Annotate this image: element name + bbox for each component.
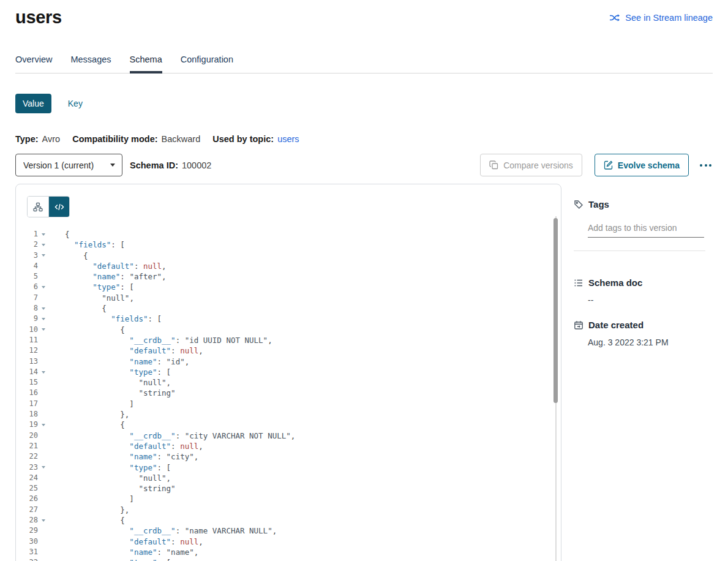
type-label: Type: <box>15 134 39 144</box>
fold-toggle-icon[interactable] <box>38 515 49 525</box>
tags-heading-row: Tags <box>574 199 713 209</box>
code-text: "fields": [ <box>49 314 162 324</box>
fold-toggle-icon[interactable] <box>38 314 49 324</box>
code-line: 8 { <box>16 303 561 314</box>
fold-spacer <box>38 261 49 271</box>
code-line: 17 ] <box>16 399 561 409</box>
code-line: 16 "string" <box>16 388 561 398</box>
tab-overview[interactable]: Overview <box>15 55 52 73</box>
fold-toggle-icon[interactable] <box>38 367 49 377</box>
code-line: 9 "fields": [ <box>16 314 561 324</box>
version-select[interactable]: Version 1 (current) <box>15 154 122 176</box>
code-text: "default": null, <box>49 261 167 271</box>
fold-spacer <box>38 547 49 557</box>
fold-spacer <box>38 483 49 494</box>
compare-versions-button[interactable]: Compare versions <box>480 154 582 176</box>
line-number: 14 <box>16 367 38 377</box>
editor-scrollbar-track[interactable] <box>554 216 558 561</box>
list-icon <box>574 278 584 288</box>
line-number: 29 <box>16 525 38 536</box>
line-number: 13 <box>16 356 38 367</box>
add-tags-input[interactable] <box>588 222 704 238</box>
fold-spacer <box>38 537 49 547</box>
code-text: { <box>49 303 107 314</box>
line-number: 1 <box>16 229 38 239</box>
key-tab-button[interactable]: Key <box>68 99 83 108</box>
code-line: 1{ <box>16 229 561 239</box>
fold-toggle-icon[interactable] <box>38 239 49 250</box>
fold-toggle-icon[interactable] <box>38 420 49 430</box>
code-text: "default": null, <box>49 441 203 451</box>
line-number: 15 <box>16 377 38 388</box>
line-number: 22 <box>16 451 38 462</box>
code-line: 27 }, <box>16 505 561 515</box>
code-text: "name": "name", <box>49 547 198 557</box>
line-number: 16 <box>16 388 38 398</box>
line-number: 8 <box>16 303 38 314</box>
line-number: 20 <box>16 431 38 441</box>
stream-lineage-link[interactable]: See in Stream lineage <box>609 13 713 23</box>
line-number: 21 <box>16 441 38 451</box>
schema-sidebar: Tags Schema doc <box>561 184 713 561</box>
schema-id-value: 100002 <box>182 160 211 170</box>
compare-icon <box>489 160 498 170</box>
line-number: 24 <box>16 473 38 483</box>
code-line: 4 "default": null, <box>16 261 561 271</box>
code-view-button[interactable] <box>48 197 69 217</box>
value-tab-button[interactable]: Value <box>15 94 51 113</box>
fold-spacer <box>38 473 49 483</box>
fold-spacer <box>38 271 49 282</box>
schema-toolbar: Version 1 (current) Schema ID:100002 Com… <box>15 154 713 176</box>
code-line: 3 { <box>16 250 561 261</box>
stream-lineage-icon <box>609 13 620 22</box>
fold-toggle-icon[interactable] <box>38 250 49 261</box>
line-number: 19 <box>16 420 38 430</box>
fold-toggle-icon[interactable] <box>38 282 49 292</box>
code-text: }, <box>49 505 129 515</box>
line-number: 11 <box>16 335 38 345</box>
fold-toggle-icon[interactable] <box>38 325 49 335</box>
tags-section: Tags <box>574 199 713 251</box>
code-text: "type": [ <box>49 462 171 473</box>
topbar: users See in Stream lineage <box>15 0 713 28</box>
fold-toggle-icon[interactable] <box>38 303 49 314</box>
code-text: "null", <box>49 473 171 483</box>
fold-spacer <box>38 505 49 515</box>
code-text: "default": null, <box>49 537 203 547</box>
tree-view-button[interactable] <box>28 197 48 217</box>
editor-view-toggle <box>27 196 70 217</box>
date-created-value: Aug. 3 2022 3:21 PM <box>588 337 713 347</box>
editor-scrollbar-thumb[interactable] <box>554 218 558 403</box>
code-line: 2 "fields": [ <box>16 239 561 250</box>
topic-link[interactable]: users <box>277 134 299 144</box>
version-select-wrap: Version 1 (current) <box>15 154 122 176</box>
more-options-button[interactable] <box>699 160 713 170</box>
fold-toggle-icon[interactable] <box>38 557 49 561</box>
line-number: 18 <box>16 409 38 420</box>
evolve-schema-button[interactable]: Evolve schema <box>595 154 689 176</box>
code-line: 15 "null", <box>16 377 561 388</box>
code-line: 30 "default": null, <box>16 537 561 547</box>
line-number: 23 <box>16 462 38 473</box>
code-text: "__crdb__": "name VARCHAR NULL", <box>49 525 277 536</box>
fold-toggle-icon[interactable] <box>38 229 49 239</box>
fold-spacer <box>38 441 49 451</box>
schema-editor-panel: 1{2 "fields": [3 {4 "default": null,5 "n… <box>15 184 561 561</box>
tab-configuration[interactable]: Configuration <box>181 55 233 73</box>
stream-lineage-label: See in Stream lineage <box>625 13 713 23</box>
line-number: 31 <box>16 547 38 557</box>
code-line: 24 "null", <box>16 473 561 483</box>
tab-schema[interactable]: Schema <box>130 55 162 73</box>
code-line: 28 { <box>16 515 561 525</box>
code-text: { <box>49 420 125 430</box>
line-number: 27 <box>16 505 38 515</box>
tab-messages[interactable]: Messages <box>70 55 111 73</box>
code-text: }, <box>49 409 129 420</box>
code-line: 7 "null", <box>16 293 561 303</box>
code-text: "type": [ <box>49 367 171 377</box>
type-value: Avro <box>42 134 61 144</box>
fold-toggle-icon[interactable] <box>38 462 49 473</box>
code-line: 29 "__crdb__": "name VARCHAR NULL", <box>16 525 561 536</box>
line-number: 17 <box>16 399 38 409</box>
code-text: "type": [ <box>49 282 134 292</box>
